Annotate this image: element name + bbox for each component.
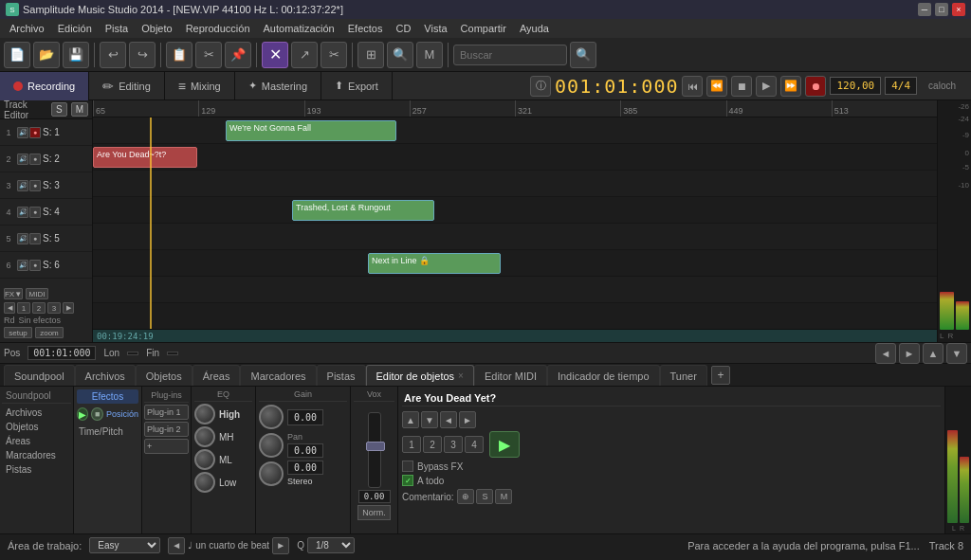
menu-archivo[interactable]: Archivo — [4, 21, 50, 36]
audio-clip-4[interactable]: Trashed, Lost & Rungout — [292, 200, 434, 221]
obj-num-3[interactable]: 3 — [444, 436, 463, 453]
menu-objeto[interactable]: Objeto — [136, 21, 177, 36]
stop-button[interactable]: ⏹ — [731, 76, 752, 97]
track-m-button[interactable]: M — [71, 102, 88, 117]
soundpool-objetos[interactable]: Objetos — [2, 420, 71, 434]
track-rec-3[interactable]: ● — [29, 180, 41, 191]
copy-button[interactable]: 📋 — [166, 42, 192, 68]
tab-editor-midi[interactable]: Editor MIDI — [474, 365, 547, 386]
plugin-add-button[interactable]: + — [144, 439, 189, 454]
rewind-button[interactable]: ⏪ — [706, 76, 727, 97]
maximize-button[interactable]: □ — [935, 3, 948, 16]
track-setup-next[interactable]: ▶ — [63, 302, 74, 314]
pos-nav-left[interactable]: ◄ — [875, 343, 896, 364]
stereo-knob[interactable] — [259, 461, 284, 486]
soundpool-pistas[interactable]: Pistas — [2, 462, 71, 477]
tab-add-button[interactable]: + — [711, 366, 730, 385]
volume-fader-track[interactable] — [368, 412, 381, 488]
soundpool-archivos[interactable]: Archivos — [2, 406, 71, 420]
obj-nav-up[interactable]: ▲ — [402, 411, 419, 428]
obj-nav-left[interactable]: ◄ — [440, 411, 457, 428]
obj-num-1[interactable]: 1 — [402, 436, 421, 453]
volume-fader-thumb[interactable] — [366, 442, 385, 451]
track-icon-4[interactable]: 🔊 — [17, 207, 28, 218]
obj-nav-down[interactable]: ▼ — [421, 411, 438, 428]
menu-cd[interactable]: CD — [390, 21, 416, 36]
track-setup-3[interactable]: 3 — [47, 302, 61, 314]
posicion-stop-button[interactable]: ■ — [91, 407, 102, 421]
atodo-checkbox[interactable]: ✓ — [402, 475, 413, 486]
audio-clip-1[interactable]: We're Not Gonna Fall — [226, 120, 396, 141]
soundpool-areas[interactable]: Áreas — [2, 434, 71, 448]
crossfade-button[interactable]: ✕ — [262, 42, 288, 68]
forward-button[interactable]: ⏩ — [780, 76, 801, 97]
posicion-play-button[interactable]: ▶ — [77, 407, 88, 421]
menu-compartir[interactable]: Compartir — [455, 21, 512, 36]
minimize-button[interactable]: ─ — [918, 3, 931, 16]
eq-mh-knob[interactable] — [194, 426, 215, 447]
cursor-button[interactable]: ↗ — [291, 42, 318, 68]
recording-mode-button[interactable]: Recording — [0, 72, 89, 100]
plugin-item-2[interactable]: Plug-in 2 — [144, 422, 189, 437]
obj-play-button[interactable]: ▶ — [489, 431, 520, 458]
timepitch-label[interactable]: Time/Pitch — [77, 425, 138, 439]
fin-value[interactable] — [167, 352, 178, 355]
save-button[interactable]: 💾 — [63, 42, 89, 68]
editing-mode-button[interactable]: ✏ Editing — [89, 72, 165, 100]
cut-button[interactable]: ✂ — [195, 42, 222, 68]
bypass-fx-checkbox[interactable] — [402, 461, 413, 472]
gain-knob[interactable] — [259, 405, 284, 429]
com-m-button[interactable]: M — [495, 489, 512, 504]
track-setup-prev[interactable]: ◀ — [4, 302, 15, 314]
play-button[interactable]: ▶ — [756, 76, 777, 97]
com-icon-1[interactable]: ⊕ — [457, 489, 474, 504]
track-icon-5[interactable]: 🔊 — [17, 233, 28, 244]
beat-prev-button[interactable]: ◄ — [168, 537, 185, 554]
track-icon-6[interactable]: 🔊 — [17, 260, 28, 271]
tab-tuner[interactable]: Tuner — [660, 365, 707, 386]
track-rec-5[interactable]: ● — [29, 233, 41, 244]
pos-nav-right[interactable]: ► — [899, 343, 920, 364]
eq-ml-knob[interactable] — [194, 449, 215, 470]
search-button[interactable]: 🔍 — [570, 42, 596, 68]
close-button[interactable]: × — [952, 3, 965, 16]
eq-high-knob[interactable] — [194, 404, 215, 425]
search-input[interactable] — [453, 45, 567, 65]
rewind-start-button[interactable]: ⏮ — [682, 76, 703, 97]
audio-clip-2[interactable]: Are You Dead~?t? — [93, 147, 197, 168]
scissor-button[interactable]: ✂ — [321, 42, 347, 68]
tab-indicador-tiempo[interactable]: Indicador de tiempo — [547, 365, 660, 386]
menu-efectos[interactable]: Efectos — [342, 21, 389, 36]
com-s-button[interactable]: S — [476, 489, 493, 504]
menu-pista[interactable]: Pista — [100, 21, 134, 36]
track-s-button[interactable]: S — [51, 102, 67, 117]
tab-areas[interactable]: Áreas — [192, 365, 241, 386]
area-trabajo-select[interactable]: Easy Advanced — [89, 537, 160, 553]
eq-low-knob[interactable] — [194, 472, 215, 493]
track-rec-1[interactable]: ● — [29, 127, 41, 138]
beat-next-button[interactable]: ► — [272, 537, 289, 554]
export-mode-button[interactable]: ⬆ Export — [321, 72, 393, 100]
track-icon-3[interactable]: 🔊 — [17, 180, 28, 191]
redo-button[interactable]: ↪ — [129, 42, 156, 68]
tab-soundpool[interactable]: Soundpool — [4, 365, 75, 386]
menu-vista[interactable]: Vista — [418, 21, 452, 36]
track-setup-2[interactable]: 2 — [32, 302, 46, 314]
tab-marcadores[interactable]: Marcadores — [240, 365, 316, 386]
range-button[interactable]: ⊞ — [357, 42, 384, 68]
record-button[interactable]: ⏺ — [805, 76, 826, 97]
plugin-item-1[interactable]: Plug-in 1 — [144, 405, 189, 420]
zoom-button-track[interactable]: zoom — [35, 327, 64, 338]
track-rec-6[interactable]: ● — [29, 260, 41, 271]
track-rec-2[interactable]: ● — [29, 154, 41, 165]
track-icon-2[interactable]: 🔊 — [17, 154, 28, 165]
pos-nav-up[interactable]: ▲ — [923, 343, 944, 364]
pos-value[interactable]: 001:01:000 — [27, 346, 96, 360]
new-button[interactable]: 📄 — [4, 42, 30, 68]
mastering-mode-button[interactable]: ✦ Mastering — [235, 72, 321, 100]
track-midi-button[interactable]: MIDI — [26, 288, 48, 299]
lon-value[interactable] — [127, 352, 138, 355]
obj-num-4[interactable]: 4 — [465, 436, 484, 453]
menu-ayuda[interactable]: Ayuda — [514, 21, 555, 36]
menu-automatizacion[interactable]: Automatización — [258, 21, 340, 36]
